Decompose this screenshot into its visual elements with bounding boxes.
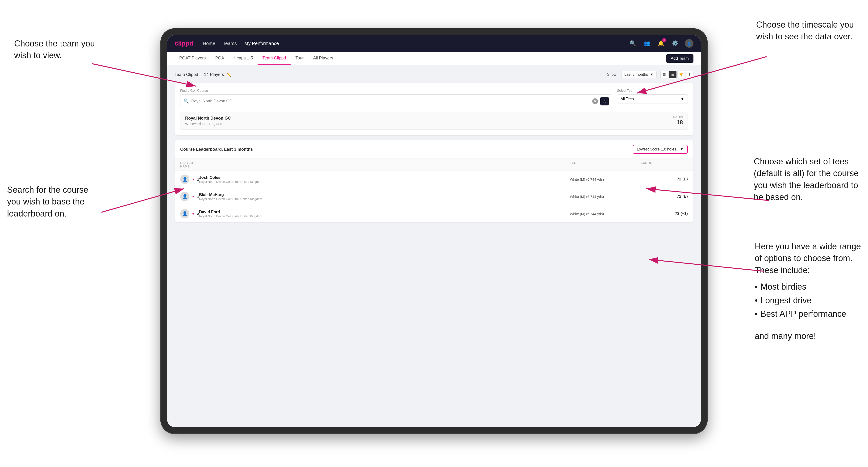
- player-rank-3: 👤 ♥ 3: [180, 209, 199, 218]
- player-info-3: David Ford Royal North Devon Golf Club, …: [199, 210, 570, 218]
- notification-badge: 1: [662, 38, 666, 42]
- sort-chevron-icon: ▼: [680, 147, 684, 151]
- table-row: 👤 ♥ 1 Blair McHarg Royal North Devon Gol…: [175, 188, 693, 205]
- nav-bar: clippd Home Teams My Performance 🔍 👥 🔔 1…: [167, 35, 701, 52]
- time-filter-select[interactable]: Last 3 months ▼: [621, 71, 657, 78]
- tablet-screen: clippd Home Teams My Performance 🔍 👥 🔔 1…: [167, 35, 701, 427]
- app-container: clippd Home Teams My Performance 🔍 👥 🔔 1…: [167, 35, 701, 427]
- nav-link-myperformance[interactable]: My Performance: [244, 41, 279, 46]
- team-title-area: Team Clippd | 14 Players ✏️: [175, 72, 231, 77]
- table-header: PLAYER NAME TEE SCORE: [175, 159, 693, 171]
- holes-number: 18: [673, 119, 683, 126]
- show-label: Show:: [607, 72, 617, 76]
- bell-icon[interactable]: 🔔 1: [657, 39, 665, 48]
- score-value-3: 73 (+1): [641, 211, 688, 216]
- favourite-icon-2: ♥: [192, 195, 194, 198]
- tee-select-dropdown[interactable]: All Tees ▼: [617, 94, 688, 104]
- tee-select-label: Select Tee: [617, 89, 688, 92]
- chevron-down-icon: ▼: [650, 72, 654, 76]
- clear-search-button[interactable]: ✕: [592, 98, 598, 104]
- pipe-separator: |: [200, 72, 202, 77]
- score-value-1: 72 (E): [641, 177, 688, 182]
- player-count: 14 Players: [204, 72, 224, 77]
- rank-number-1: 1: [197, 177, 199, 181]
- edit-icon[interactable]: ✏️: [226, 72, 231, 77]
- annotation-bottom-right: Here you have a wide range of options to…: [755, 241, 861, 342]
- leaderboard-section: Course Leaderboard, Last 3 months Lowest…: [175, 140, 693, 222]
- nav-link-home[interactable]: Home: [203, 41, 215, 46]
- settings-icon[interactable]: ⚙️: [671, 39, 679, 48]
- download-button[interactable]: ⬇: [686, 71, 693, 78]
- add-team-button[interactable]: Add Team: [666, 54, 693, 63]
- course-info: Royal North Devon GC Westward Ho!, Engla…: [185, 116, 231, 126]
- player-name-1: Josh Coles: [199, 175, 570, 180]
- tab-all-players[interactable]: All Players: [309, 52, 338, 65]
- find-course-label: Find a Golf Course: [180, 89, 612, 92]
- tablet-device: clippd Home Teams My Performance 🔍 👥 🔔 1…: [160, 28, 708, 434]
- app-logo: clippd: [175, 40, 193, 47]
- nav-link-teams[interactable]: Teams: [223, 41, 237, 46]
- search-row: Find a Golf Course 🔍 ✕ ☆ Select Tee: [180, 89, 688, 108]
- leaderboard-header: Course Leaderboard, Last 3 months Lowest…: [175, 140, 693, 159]
- player-avatar-1: 👤: [180, 175, 189, 184]
- people-icon[interactable]: 👥: [643, 39, 651, 48]
- main-content: Team Clippd | 14 Players ✏️ Show: Last 3…: [167, 65, 701, 427]
- holes-badge: Holes 18: [673, 116, 683, 126]
- tab-tour[interactable]: Tour: [290, 52, 308, 65]
- tee-info-1: White (M) (6,744 yds): [570, 177, 641, 181]
- annotation-mid-right: Choose which set of tees (default is all…: [754, 156, 859, 203]
- nav-links: Home Teams My Performance: [203, 41, 619, 46]
- favourite-button[interactable]: ☆: [600, 97, 609, 105]
- favourite-icon-1: ♥: [192, 177, 194, 181]
- course-location: Westward Ho!, England: [185, 122, 231, 126]
- nav-right: 🔍 👥 🔔 1 ⚙️ 👤: [628, 39, 693, 48]
- option-3: Best APP performance: [755, 307, 861, 321]
- tee-col-header: TEE: [570, 161, 641, 168]
- option-2: Longest drive: [755, 294, 861, 307]
- team-controls: Show: Last 3 months ▼ ☰ ⊞ 🏆 ⬇: [607, 71, 693, 78]
- annotation-top-left: Choose the team you wish to view.: [14, 38, 95, 62]
- course-result: Royal North Devon GC Westward Ho!, Engla…: [180, 112, 688, 130]
- options-list: Most birdies Longest drive Best APP perf…: [755, 280, 861, 321]
- holes-label: Holes: [673, 116, 683, 119]
- list-view-button[interactable]: ☰: [660, 71, 668, 78]
- annotation-mid-left: Search for the course you wish to base t…: [7, 184, 88, 220]
- player-club-2: Royal North Devon Golf Club, United King…: [199, 197, 570, 201]
- time-filter-value: Last 3 months: [624, 72, 648, 76]
- score-sort-value: Lowest Score (18 holes): [637, 147, 678, 151]
- search-input-icon: 🔍: [184, 99, 189, 104]
- player-name-3: David Ford: [199, 210, 570, 214]
- team-name: Team Clippd: [175, 72, 198, 77]
- table-row: 👤 ♥ 3 David Ford Royal North Devon Golf …: [175, 205, 693, 222]
- score-col-header: SCORE: [641, 161, 688, 168]
- favourite-icon-3: ♥: [192, 212, 194, 216]
- player-avatar-2: 👤: [180, 192, 189, 201]
- player-club-1: Royal North Devon Golf Club, United King…: [199, 180, 570, 184]
- tab-team-clippd[interactable]: Team Clippd: [257, 52, 290, 65]
- table-row: 👤 ♥ 1 Josh Coles Royal North Devon Golf …: [175, 171, 693, 188]
- sub-nav-tabs: PGAT Players PGA Hcaps 1-5 Team Clippd T…: [175, 52, 666, 65]
- tee-info-2: White (M) (6,744 yds): [570, 195, 641, 198]
- tab-pgat-players[interactable]: PGAT Players: [175, 52, 210, 65]
- tee-info-3: White (M) (6,744 yds): [570, 212, 641, 216]
- team-header: Team Clippd | 14 Players ✏️ Show: Last 3…: [175, 71, 693, 78]
- score-sort-dropdown[interactable]: Lowest Score (18 holes) ▼: [632, 145, 688, 154]
- rank-number-2: 1: [197, 195, 199, 198]
- tab-hcaps[interactable]: Hcaps 1-5: [229, 52, 257, 65]
- course-search-input[interactable]: [191, 99, 590, 103]
- tab-pga[interactable]: PGA: [210, 52, 229, 65]
- annotation-top-right: Choose the timescale you wish to see the…: [756, 19, 854, 43]
- leaderboard-title: Course Leaderboard, Last 3 months: [180, 147, 253, 152]
- user-avatar[interactable]: 👤: [685, 39, 693, 48]
- search-input-wrapper[interactable]: 🔍 ✕ ☆: [180, 94, 612, 108]
- search-icon[interactable]: 🔍: [628, 39, 637, 48]
- player-rank-1: 👤 ♥ 1: [180, 175, 199, 184]
- player-avatar-3: 👤: [180, 209, 189, 218]
- player-info-2: Blair McHarg Royal North Devon Golf Club…: [199, 192, 570, 201]
- player-info-1: Josh Coles Royal North Devon Golf Club, …: [199, 175, 570, 184]
- player-name-2: Blair McHarg: [199, 192, 570, 197]
- grid-view-button[interactable]: ⊞: [669, 71, 677, 78]
- sub-nav: PGAT Players PGA Hcaps 1-5 Team Clippd T…: [167, 52, 701, 65]
- course-search-field: Find a Golf Course 🔍 ✕ ☆: [180, 89, 612, 108]
- trophy-view-button[interactable]: 🏆: [677, 71, 685, 78]
